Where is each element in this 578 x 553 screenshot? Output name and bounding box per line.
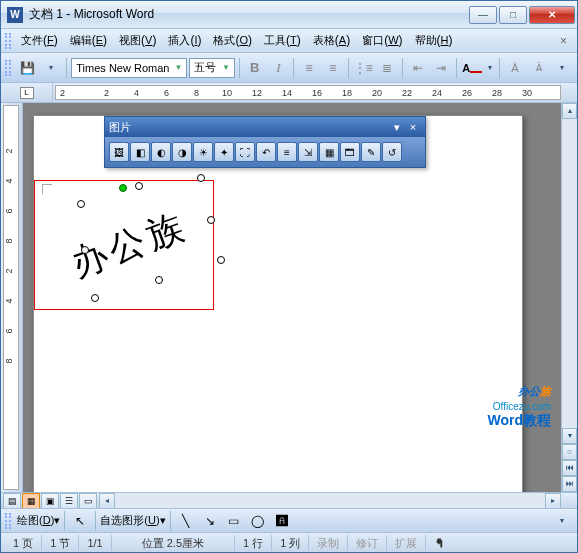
line-button[interactable]: ╲ — [175, 510, 197, 532]
autoshapes-menu[interactable]: 自选图形(U)▾ — [100, 513, 165, 528]
close-doc-button[interactable]: × — [554, 32, 573, 50]
resize-handle[interactable] — [135, 182, 143, 190]
numbering-button[interactable]: ⋮≡ — [353, 57, 375, 79]
crop-button[interactable]: ⛶ — [235, 142, 255, 162]
bullets-button[interactable]: ≣ — [376, 57, 398, 79]
menu-table[interactable]: 表格(A) — [307, 31, 356, 50]
italic-button[interactable]: I — [268, 57, 290, 79]
decrease-indent-button[interactable]: ⇤ — [407, 57, 429, 79]
statusbar: 1 页 1 节 1/1 位置 2.5厘米 1 行 1 列 录制 修订 扩展 🖣 — [1, 532, 577, 552]
chevron-down-icon: ▼ — [172, 63, 184, 72]
set-transparent-button[interactable]: ✎ — [361, 142, 381, 162]
font-color-button[interactable]: A — [461, 57, 483, 79]
font-color-dropdown[interactable]: ▾ — [485, 57, 495, 79]
picture-toolbar-title[interactable]: 图片 ▾ × — [105, 117, 425, 137]
prev-page-button[interactable]: ⏮ — [562, 460, 577, 476]
outline-view-button[interactable]: ☰ — [60, 493, 78, 509]
horizontal-ruler[interactable]: 2 2 4 6 8 10 12 14 16 18 20 22 24 26 28 … — [55, 85, 561, 100]
next-page-button[interactable]: ⏭ — [562, 476, 577, 492]
reading-view-button[interactable]: ▭ — [79, 493, 97, 509]
oval-button[interactable]: ◯ — [247, 510, 269, 532]
font-name-combo[interactable]: Times New Roman ▼ — [71, 58, 187, 78]
scroll-track[interactable] — [562, 119, 577, 428]
resize-handle[interactable] — [217, 256, 225, 264]
increase-indent-button[interactable]: ⇥ — [431, 57, 453, 79]
compress-button[interactable]: ⇲ — [298, 142, 318, 162]
rotate-handle[interactable] — [119, 184, 127, 192]
resize-handle[interactable] — [81, 246, 89, 254]
menu-insert[interactable]: 插入(I) — [162, 31, 207, 50]
align-left-button[interactable]: ≡ — [298, 57, 320, 79]
page[interactable]: 图片 ▾ × 🖼 ◧ ◐ ◑ ☀ ✦ ⛶ ↶ ≡ ⇲ — [33, 115, 523, 492]
close-icon[interactable]: × — [405, 121, 421, 133]
resize-handle[interactable] — [207, 216, 215, 224]
browse-object-button[interactable]: ○ — [562, 444, 577, 460]
align-center-button[interactable]: ≡ — [322, 57, 344, 79]
menu-view[interactable]: 视图(V) — [113, 31, 162, 50]
document-area[interactable]: 图片 ▾ × 🖼 ◧ ◐ ◑ ☀ ✦ ⛶ ↶ ≡ ⇲ — [23, 103, 561, 492]
format-object-button[interactable]: 🗔 — [340, 142, 360, 162]
toolbar-overflow[interactable]: ▾ — [551, 510, 573, 532]
status-rev[interactable]: 修订 — [348, 535, 387, 551]
close-button[interactable]: ✕ — [529, 6, 575, 24]
wordart-object[interactable]: 办公族 — [49, 186, 211, 306]
grow-font-button[interactable]: Â — [504, 57, 526, 79]
shrink-font-button[interactable]: Ǎ — [528, 57, 550, 79]
menu-file[interactable]: 文件(F) — [15, 31, 64, 50]
arrow-button[interactable]: ↘ — [199, 510, 221, 532]
less-brightness-button[interactable]: ✦ — [214, 142, 234, 162]
toolbar-grip[interactable] — [5, 60, 11, 76]
font-size-combo[interactable]: 五号 ▼ — [189, 58, 234, 78]
text-wrap-button[interactable]: ▦ — [319, 142, 339, 162]
save-button[interactable]: 💾 — [17, 57, 39, 79]
more-contrast-button[interactable]: ◐ — [151, 142, 171, 162]
toolbar-dropdown[interactable]: ▾ — [41, 57, 63, 79]
status-rec[interactable]: 录制 — [309, 535, 348, 551]
status-lang-icon[interactable]: 🖣 — [426, 535, 453, 551]
line-style-button[interactable]: ≡ — [277, 142, 297, 162]
vertical-scrollbar[interactable]: ▴ ▾ ○ ⏮ ⏭ — [561, 103, 577, 492]
toolbar-overflow[interactable]: ▾ — [551, 57, 573, 79]
scroll-up-button[interactable]: ▴ — [562, 103, 577, 119]
resize-handle[interactable] — [91, 294, 99, 302]
status-ext[interactable]: 扩展 — [387, 535, 426, 551]
menu-tools[interactable]: 工具(T) — [258, 31, 307, 50]
resize-handle[interactable] — [155, 276, 163, 284]
titlebar: W 文档 1 - Microsoft Word — □ ✕ — [1, 1, 577, 29]
menu-format[interactable]: 格式(O) — [207, 31, 258, 50]
resize-handle[interactable] — [77, 200, 85, 208]
toolbar-grip[interactable] — [5, 33, 11, 49]
maximize-button[interactable]: □ — [499, 6, 527, 24]
less-contrast-button[interactable]: ◑ — [172, 142, 192, 162]
app-icon: W — [7, 7, 23, 23]
tab-selector[interactable]: L — [20, 87, 34, 99]
web-view-button[interactable]: ▦ — [22, 493, 40, 509]
resize-handle[interactable] — [197, 174, 205, 182]
scroll-down-button[interactable]: ▾ — [562, 428, 577, 444]
toolbar-options-icon[interactable]: ▾ — [389, 121, 405, 134]
insert-picture-button[interactable]: 🖼 — [109, 142, 129, 162]
toolbar-grip[interactable] — [5, 513, 11, 529]
minimize-button[interactable]: — — [469, 6, 497, 24]
reset-picture-button[interactable]: ↺ — [382, 142, 402, 162]
rectangle-button[interactable]: ▭ — [223, 510, 245, 532]
picture-toolbar[interactable]: 图片 ▾ × 🖼 ◧ ◐ ◑ ☀ ✦ ⛶ ↶ ≡ ⇲ — [104, 116, 426, 168]
bold-button[interactable]: B — [244, 57, 266, 79]
ruler-row: L 2 2 4 6 8 10 12 14 16 18 20 22 24 26 2… — [1, 83, 577, 103]
print-view-button[interactable]: ▣ — [41, 493, 59, 509]
scroll-left-button[interactable]: ◂ — [99, 493, 115, 509]
color-button[interactable]: ◧ — [130, 142, 150, 162]
select-objects-button[interactable]: ↖ — [69, 510, 91, 532]
scroll-right-button[interactable]: ▸ — [545, 493, 561, 509]
hscroll-track[interactable] — [115, 493, 545, 508]
draw-menu[interactable]: 绘图(D)▾ — [17, 513, 60, 528]
menu-edit[interactable]: 编辑(E) — [64, 31, 113, 50]
menu-help[interactable]: 帮助(H) — [409, 31, 459, 50]
textbox-button[interactable]: 🅰 — [271, 510, 293, 532]
more-brightness-button[interactable]: ☀ — [193, 142, 213, 162]
menubar: 文件(F) 编辑(E) 视图(V) 插入(I) 格式(O) 工具(T) 表格(A… — [1, 29, 577, 53]
rotate-left-button[interactable]: ↶ — [256, 142, 276, 162]
vertical-ruler[interactable]: 2 4 6 8 2 4 6 8 — [3, 105, 19, 490]
menu-window[interactable]: 窗口(W) — [356, 31, 408, 50]
normal-view-button[interactable]: ▤ — [3, 493, 21, 509]
